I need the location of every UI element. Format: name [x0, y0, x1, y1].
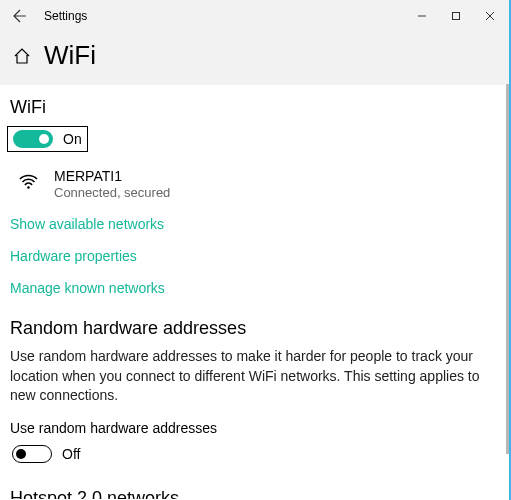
- close-icon: [485, 11, 495, 21]
- manage-known-networks-link[interactable]: Manage known networks: [10, 280, 501, 296]
- home-icon: [13, 47, 31, 65]
- random-hw-toggle-row[interactable]: Off: [7, 442, 85, 466]
- back-arrow-icon: [12, 8, 28, 24]
- minimize-icon: [417, 11, 427, 21]
- page-title: WiFi: [44, 40, 96, 71]
- svg-rect-0: [453, 13, 460, 20]
- maximize-icon: [451, 11, 461, 21]
- page-header: WiFi: [0, 32, 511, 85]
- hotspot-section-title: Hotspot 2.0 networks: [10, 488, 501, 499]
- minimize-button[interactable]: [405, 0, 439, 32]
- window-title: Settings: [44, 9, 87, 23]
- svg-point-1: [27, 186, 30, 189]
- titlebar: Settings: [0, 0, 511, 32]
- random-hw-section-title: Random hardware addresses: [10, 318, 501, 339]
- wifi-toggle-row[interactable]: On: [7, 126, 88, 152]
- wifi-toggle[interactable]: [13, 130, 53, 148]
- content-area: WiFi On MERPATI1 Connected, secured Show…: [0, 85, 511, 499]
- random-hw-description: Use random hardware addresses to make it…: [10, 347, 501, 406]
- hardware-properties-link[interactable]: Hardware properties: [10, 248, 501, 264]
- random-hw-toggle-label: Off: [62, 446, 80, 462]
- random-hw-sublabel: Use random hardware addresses: [10, 420, 501, 436]
- network-ssid: MERPATI1: [54, 168, 170, 184]
- wifi-toggle-label: On: [63, 131, 82, 147]
- random-hw-toggle[interactable]: [12, 445, 52, 463]
- wifi-icon: [16, 168, 40, 190]
- show-networks-link[interactable]: Show available networks: [10, 216, 501, 232]
- close-button[interactable]: [473, 0, 507, 32]
- connected-network[interactable]: MERPATI1 Connected, secured: [10, 168, 501, 200]
- wifi-section-title: WiFi: [10, 97, 501, 118]
- home-button[interactable]: [12, 46, 32, 66]
- maximize-button[interactable]: [439, 0, 473, 32]
- back-button[interactable]: [4, 0, 36, 32]
- network-status: Connected, secured: [54, 185, 170, 200]
